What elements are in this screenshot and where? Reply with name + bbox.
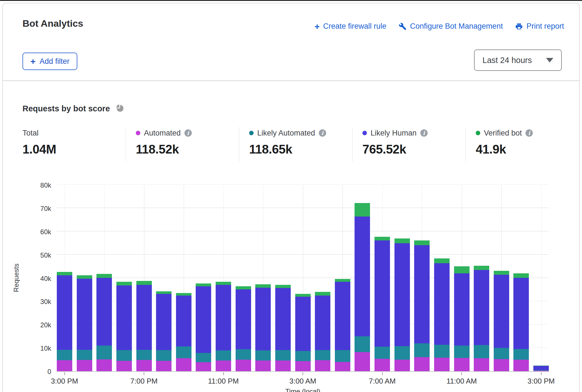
bar-segment-automated <box>494 359 509 371</box>
bar-segment-verified-bot <box>77 275 92 279</box>
bar-segment-verified-bot <box>394 238 410 243</box>
stat-likely-human-value: 765.52k <box>362 142 466 156</box>
bar-1-00-am <box>255 284 271 371</box>
bar-segment-automated <box>255 361 271 371</box>
bar-segment-likely-automated <box>176 346 191 358</box>
bar-segment-verified-bot <box>315 292 330 296</box>
y-tick-label: 70k <box>3 205 51 213</box>
time-range-select[interactable]: Last 24 hours <box>474 49 562 71</box>
stat-likely-automated-value: 118.65k <box>249 142 352 156</box>
verified-bot-legend-dot <box>476 131 480 135</box>
add-filter-button[interactable]: + Add filter <box>22 53 77 70</box>
x-tick-label: 11:00 PM <box>193 377 254 386</box>
bar-segment-verified-bot <box>196 283 211 287</box>
bar-segment-verified-bot <box>255 284 271 288</box>
x-tick-label: 7:00 AM <box>351 377 413 386</box>
bar-segment-automated <box>77 360 92 371</box>
create-firewall-rule-link[interactable]: + Create firewall rule <box>314 22 386 31</box>
bar-segment-verified-bot <box>434 258 450 263</box>
bar-segment-verified-bot <box>136 281 152 285</box>
bar-segment-likely-automated <box>434 345 450 358</box>
bar-segment-likely-automated <box>394 346 410 360</box>
bar-segment-likely-human <box>96 278 112 346</box>
bar-segment-automated <box>434 358 450 371</box>
bar-segment-likely-automated <box>116 350 132 361</box>
bar-segment-likely-automated <box>375 347 390 359</box>
bar-segment-likely-human <box>236 289 251 349</box>
bar-segment-verified-bot <box>216 282 231 285</box>
bar-1-00-pm <box>494 271 509 371</box>
stat-automated-label: Automated <box>144 129 181 138</box>
bar-segment-likely-automated <box>335 350 350 362</box>
bar-segment-automated <box>216 361 231 371</box>
info-icon[interactable]: i <box>420 129 428 137</box>
bar-5-00-am <box>335 279 350 371</box>
bar-segment-verified-bot <box>375 237 390 240</box>
bar-segment-likely-human <box>355 217 370 336</box>
bar-4-00-pm <box>77 275 92 371</box>
stat-total-label: Total <box>22 129 39 138</box>
bar-8-00-pm <box>156 291 172 371</box>
bar-segment-likely-automated <box>315 350 330 361</box>
stat-automated: Automated i 118.52k <box>126 127 239 161</box>
bar-segment-likely-human <box>216 285 231 350</box>
y-tick-label: 50k <box>3 251 51 259</box>
plus-icon: + <box>314 23 320 30</box>
bar-segment-likely-automated <box>57 350 72 360</box>
bar-segment-likely-automated <box>295 351 311 361</box>
configure-bot-management-link[interactable]: Configure Bot Management <box>399 22 503 31</box>
bar-3-00-pm <box>57 272 72 371</box>
print-report-link[interactable]: Print report <box>515 22 564 31</box>
bar-segment-likely-automated <box>77 350 92 360</box>
bar-segment-likely-automated <box>255 350 271 361</box>
bar-6-00-pm <box>116 282 132 371</box>
bar-9-00-pm <box>176 293 191 371</box>
bar-segment-likely-automated <box>196 353 211 362</box>
x-tick-mark <box>223 372 224 375</box>
bar-segment-verified-bot <box>513 273 529 278</box>
bar-segment-likely-human <box>474 270 489 345</box>
bar-segment-likely-human <box>136 285 152 350</box>
bar-segment-automated <box>196 362 211 371</box>
stat-total: Total 1.04M <box>22 127 126 161</box>
bar-segment-likely-human <box>116 285 132 350</box>
bot-analytics-card: Bot Analytics + Create firewall rule Con… <box>2 3 580 392</box>
bar-segment-verified-bot <box>116 282 132 285</box>
info-icon[interactable]: i <box>319 129 326 137</box>
y-tick-label: 60k <box>3 228 51 236</box>
bar-segment-likely-automated <box>454 346 470 358</box>
likely-human-legend-dot <box>362 131 367 135</box>
bar-segment-automated <box>513 360 529 371</box>
bar-segment-likely-human <box>494 275 509 348</box>
create-firewall-rule-label: Create firewall rule <box>323 22 386 31</box>
bar-segment-likely-human <box>176 296 191 347</box>
bar-segment-likely-automated <box>355 336 370 352</box>
stat-likely-human-label: Likely Human <box>371 129 417 138</box>
x-tick-mark <box>382 372 383 375</box>
bar-segment-likely-human <box>295 297 311 351</box>
bar-segment-automated <box>355 352 370 371</box>
bar-segment-likely-automated <box>236 349 251 360</box>
bar-segment-likely-automated <box>494 348 509 359</box>
x-tick-label: 7:00 PM <box>113 377 175 386</box>
time-range-value: Last 24 hours <box>482 56 546 65</box>
gridline-vertical <box>541 185 542 371</box>
configure-bot-management-label: Configure Bot Management <box>410 22 503 31</box>
bar-11-00-pm <box>216 282 231 371</box>
bar-segment-automated <box>454 358 470 371</box>
bar-segment-verified-bot <box>236 286 251 290</box>
info-icon[interactable]: i <box>184 129 192 137</box>
stat-likely-automated-label: Likely Automated <box>257 129 315 138</box>
bar-segment-likely-human <box>394 243 410 346</box>
stats-row: Total 1.04M Automated i 118.52k Likely A… <box>22 127 579 161</box>
bar-segment-automated <box>136 360 152 371</box>
bar-segment-automated <box>57 360 72 371</box>
wrench-icon <box>399 22 407 30</box>
stat-verified-bot: Verified bot i 41.9k <box>466 127 579 161</box>
bar-segment-likely-human <box>335 282 350 350</box>
info-icon[interactable]: i <box>525 129 533 137</box>
x-tick-mark <box>541 372 542 375</box>
bar-segment-verified-bot <box>454 266 470 273</box>
stat-likely-human: Likely Human i 765.52k <box>352 127 466 161</box>
y-tick-label: 40k <box>3 275 51 283</box>
